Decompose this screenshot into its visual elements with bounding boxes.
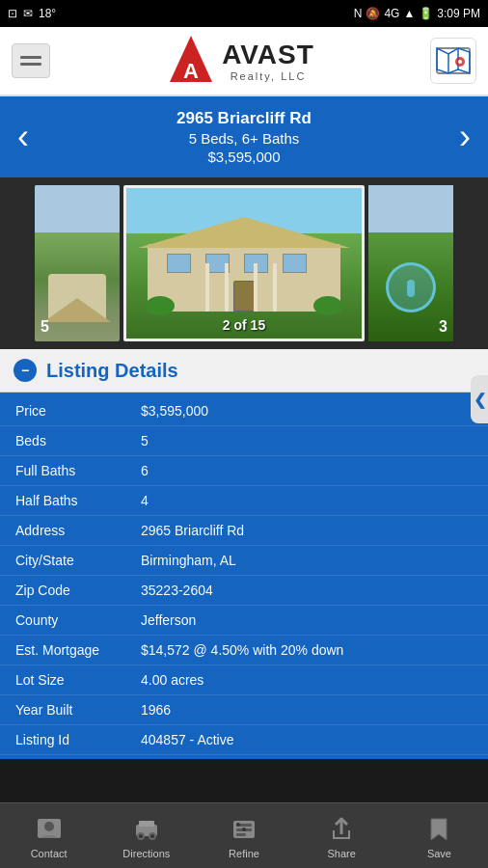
right-arrow-icon: › — [459, 117, 471, 157]
detail-value: 5 — [141, 433, 473, 448]
detail-label: Price — [15, 403, 141, 419]
detail-row-est--mortgage: Est. Mortgage$14,572 @ 4.50% with 20% do… — [0, 636, 488, 665]
logo-subtitle: Realty, LLC — [222, 70, 314, 82]
detail-value: 1966 — [141, 702, 473, 718]
collapse-icon[interactable]: − — [14, 359, 37, 382]
detail-value: 4 — [141, 493, 473, 508]
bottom-navigation: Contact Directions Refin — [0, 802, 488, 868]
photo-counter: 2 of 15 — [223, 317, 265, 333]
nav-directions[interactable]: Directions — [97, 813, 195, 859]
contact-icon — [34, 813, 65, 844]
photo-right[interactable]: 3 — [368, 185, 453, 341]
signal-bars: ▲ — [403, 7, 415, 20]
detail-label: Est. Mortgage — [15, 642, 141, 658]
detail-value: 404857 - Active — [141, 732, 473, 747]
detail-row-price: Price$3,595,000 — [0, 396, 488, 426]
svg-point-17 — [236, 823, 240, 827]
property-address: 2965 Briarcliff Rd — [46, 109, 442, 128]
nav-refine[interactable]: Refine — [195, 813, 292, 859]
screenshot-icon: ⊡ — [8, 7, 17, 20]
side-tab[interactable]: ❮ — [471, 375, 488, 423]
menu-button[interactable] — [12, 43, 50, 78]
listing-section-title: Listing Details — [46, 360, 178, 382]
next-property-button[interactable]: › — [442, 104, 488, 170]
map-button[interactable] — [430, 38, 476, 84]
chevron-left-icon: ❮ — [474, 391, 486, 409]
detail-label: City/State — [15, 553, 141, 568]
svg-rect-16 — [236, 833, 246, 836]
app-logo: A AVAST Realty, LLC — [166, 34, 314, 88]
detail-label: Address — [15, 523, 141, 538]
listing-details-table: Price$3,595,000Beds5Full Baths6Half Bath… — [0, 393, 488, 759]
content-area: − Listing Details ❮ Price$3,595,000Beds5… — [0, 349, 488, 868]
detail-value: $14,572 @ 4.50% with 20% down — [141, 642, 473, 658]
hamburger-icon — [20, 63, 41, 66]
detail-label: Lot Size — [15, 672, 141, 688]
detail-value: Jefferson — [141, 612, 473, 628]
minus-icon: − — [21, 363, 29, 378]
detail-label: County — [15, 612, 141, 628]
detail-value: $3,595,000 — [141, 403, 473, 419]
mute-icon: 🔕 — [366, 7, 380, 20]
nav-save[interactable]: Save — [391, 813, 488, 859]
detail-row-lot-size: Lot Size4.00 acres — [0, 665, 488, 695]
app-header: A AVAST Realty, LLC — [0, 27, 488, 96]
svg-point-11 — [139, 834, 143, 838]
photo-center[interactable]: 2 of 15 — [123, 185, 365, 341]
svg-point-6 — [44, 822, 54, 831]
photo-left[interactable]: 5 — [35, 185, 120, 341]
photo-right-number: 3 — [439, 318, 447, 336]
svg-point-12 — [150, 834, 154, 838]
detail-row-zip-code: Zip Code35223-2604 — [0, 576, 488, 606]
detail-label: Half Baths — [15, 493, 141, 508]
svg-point-4 — [458, 60, 462, 64]
share-icon — [326, 813, 357, 844]
logo-triangle-icon: A — [166, 34, 216, 84]
detail-value: 4.00 acres — [141, 672, 473, 688]
detail-value: 2965 Briarcliff Rd — [141, 523, 473, 538]
logo-text: AVAST Realty, LLC — [222, 40, 314, 82]
share-label: Share — [328, 848, 356, 859]
svg-point-18 — [242, 827, 246, 831]
prev-property-button[interactable]: ‹ — [0, 104, 46, 170]
photo-strip[interactable]: 5 2 of 15 — [0, 177, 488, 349]
detail-label: Beds — [15, 433, 141, 448]
save-icon — [423, 813, 454, 844]
listing-details-header[interactable]: − Listing Details — [0, 349, 488, 393]
time-display: 3:09 PM — [437, 7, 480, 20]
signal-4g: 4G — [384, 7, 399, 20]
nfc-icon: N — [354, 7, 363, 20]
directions-label: Directions — [122, 848, 170, 859]
nav-contact[interactable]: Contact — [0, 813, 97, 859]
hamburger-icon — [20, 56, 41, 59]
status-left-icons: ⊡ ✉ 18° — [8, 7, 56, 20]
battery-icon: 🔋 — [419, 7, 433, 20]
contact-label: Contact — [31, 848, 68, 859]
detail-row-city-state: City/StateBirmingham, AL — [0, 546, 488, 576]
detail-label: Full Baths — [15, 463, 141, 478]
detail-row-year-built: Year Built1966 — [0, 695, 488, 725]
property-info: 2965 Briarcliff Rd 5 Beds, 6+ Baths $3,5… — [46, 109, 442, 165]
detail-label: Listing Id — [15, 732, 141, 747]
svg-rect-10 — [139, 821, 154, 827]
detail-label: Year Built — [15, 702, 141, 718]
status-bar: ⊡ ✉ 18° N 🔕 4G ▲ 🔋 3:09 PM — [0, 0, 488, 27]
detail-row-county: CountyJefferson — [0, 606, 488, 636]
detail-label: Zip Code — [15, 583, 141, 598]
map-icon — [435, 42, 472, 79]
detail-row-address: Address2965 Briarcliff Rd — [0, 516, 488, 546]
detail-row-listing-id: Listing Id404857 - Active — [0, 725, 488, 755]
mail-icon: ✉ — [23, 7, 33, 20]
property-price: $3,595,000 — [46, 149, 442, 165]
detail-value: 6 — [141, 463, 473, 478]
status-right-icons: N 🔕 4G ▲ 🔋 3:09 PM — [354, 7, 480, 20]
svg-text:A: A — [183, 59, 199, 83]
refine-label: Refine — [229, 848, 259, 859]
photo-left-number: 5 — [41, 318, 49, 336]
property-beds-baths: 5 Beds, 6+ Baths — [46, 130, 442, 147]
detail-value: Birmingham, AL — [141, 553, 473, 568]
refine-icon — [229, 813, 259, 844]
left-arrow-icon: ‹ — [17, 117, 29, 157]
temperature: 18° — [39, 7, 56, 20]
nav-share[interactable]: Share — [293, 813, 391, 859]
